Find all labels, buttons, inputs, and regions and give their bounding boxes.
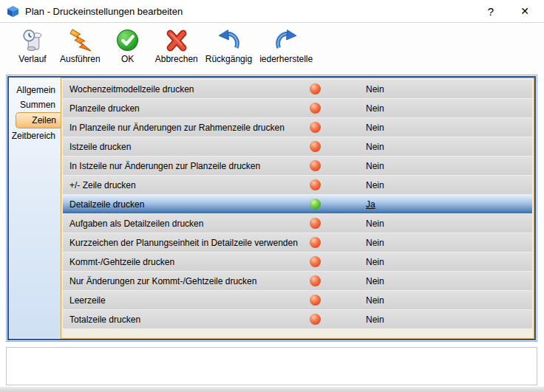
settings-rows: Wochenzeitmodellzeile druckenNeinPlanzei…	[63, 80, 532, 329]
toolbar-button-label: Rückgängig	[205, 54, 252, 64]
toolbar-button-label: Abbrechen	[155, 54, 198, 64]
row-label: Planzeile drucken	[63, 103, 140, 114]
row-value[interactable]: Nein	[366, 238, 384, 248]
status-orb-icon	[310, 199, 321, 210]
row-label: Aufgaben als Detailzeilen drucken	[63, 219, 203, 229]
row-value[interactable]: Nein	[366, 257, 384, 267]
row-value[interactable]: Nein	[366, 219, 384, 229]
execute-icon	[68, 28, 92, 52]
row-value[interactable]: Nein	[366, 84, 384, 94]
status-orb-icon	[310, 160, 321, 171]
status-orb-icon	[310, 218, 321, 229]
ok-icon	[115, 28, 140, 52]
history-icon	[21, 28, 45, 52]
row-value[interactable]: Nein	[366, 103, 384, 114]
redo-icon	[274, 28, 299, 52]
status-orb-icon	[310, 275, 321, 286]
row-label: +/- Zeile drucken	[63, 180, 136, 190]
close-button[interactable]: ✕	[510, 0, 540, 22]
table-row[interactable]: Aufgaben als Detailzeilen druckenNein	[63, 214, 532, 233]
toolbar-button-label: iederherstelle	[259, 54, 313, 64]
abbrechen-button[interactable]: Abbrechen	[152, 27, 202, 66]
row-value[interactable]: Nein	[366, 180, 384, 190]
settings-panel: Allgemein Summen Zeilen Zeitbereich Woch…	[6, 75, 537, 342]
ausfuehren-button[interactable]: Ausführen	[56, 27, 104, 66]
status-orb-icon	[310, 314, 321, 325]
table-row[interactable]: Detailzeile druckenJa	[63, 195, 532, 213]
rueckgaengig-button[interactable]: Rückgängig	[202, 27, 256, 66]
status-orb-icon	[310, 122, 321, 133]
row-label: Kurzzeichen der Planungseinheit in Detai…	[63, 238, 298, 248]
table-row[interactable]: Nur Änderungen zur Kommt-/Gehtzeile druc…	[63, 272, 532, 290]
sidebar-item-zeitbereich[interactable]: Zeitbereich	[9, 128, 61, 143]
row-value[interactable]: Nein	[366, 142, 384, 152]
row-label: Kommt-/Gehtzeile drucken	[63, 257, 174, 267]
row-value[interactable]: Nein	[366, 314, 384, 325]
toolbar-button-label: Verlauf	[18, 54, 46, 64]
row-label: In Istzeile nur Änderungen zur Planzeile…	[63, 161, 260, 171]
table-row[interactable]: Totalzeile druckenNein	[63, 310, 532, 329]
row-label: Leerzeile	[63, 295, 106, 306]
toolbar: Verlauf Ausführen	[0, 23, 544, 72]
row-value[interactable]: Nein	[366, 276, 384, 286]
table-row[interactable]: Istzeile druckenNein	[63, 137, 532, 156]
status-area	[6, 347, 537, 385]
sidebar-item-zeilen[interactable]: Zeilen	[16, 112, 61, 128]
table-row[interactable]: LeerzeileNein	[63, 291, 532, 309]
row-label: In Planzeile nur Änderungen zur Rahmenze…	[63, 123, 285, 133]
sidebar-item-allgemein[interactable]: Allgemein	[9, 83, 61, 97]
verlauf-button[interactable]: Verlauf	[9, 27, 56, 66]
table-row[interactable]: Kurzzeichen der Planungseinheit in Detai…	[63, 233, 532, 252]
window-bottom-edge	[0, 387, 544, 392]
row-label: Detailzeile drucken	[63, 199, 144, 210]
row-label: Wochenzeitmodellzeile drucken	[63, 84, 194, 94]
table-row[interactable]: In Planzeile nur Änderungen zur Rahmenze…	[63, 118, 532, 137]
wiederherstellen-button[interactable]: iederherstelle	[256, 27, 316, 66]
table-row[interactable]: Kommt-/Gehtzeile druckenNein	[63, 252, 532, 271]
status-orb-icon	[310, 83, 321, 94]
status-orb-icon	[310, 295, 321, 306]
help-button[interactable]: ?	[476, 0, 506, 22]
row-value[interactable]: Nein	[366, 295, 384, 306]
sidebar-item-summen[interactable]: Summen	[9, 97, 61, 112]
cancel-icon	[164, 28, 188, 52]
dialog-window: Plan - Druckeinstellungen bearbeiten ? ✕…	[0, 0, 544, 392]
toolbar-button-label: OK	[121, 54, 134, 64]
title-bar: Plan - Druckeinstellungen bearbeiten ? ✕	[0, 0, 544, 23]
app-cube-icon	[7, 5, 19, 18]
undo-icon	[217, 28, 241, 52]
row-value[interactable]: Nein	[366, 123, 384, 133]
table-row[interactable]: Wochenzeitmodellzeile druckenNein	[63, 80, 532, 98]
table-row[interactable]: In Istzeile nur Änderungen zur Planzeile…	[63, 157, 532, 175]
status-orb-icon	[310, 179, 321, 190]
settings-table: Wochenzeitmodellzeile druckenNeinPlanzei…	[61, 78, 534, 339]
row-value[interactable]: Nein	[366, 161, 384, 171]
row-label: Istzeile drucken	[63, 142, 131, 152]
status-orb-icon	[310, 237, 321, 248]
row-label: Nur Änderungen zur Kommt-/Gehtzeile druc…	[63, 276, 256, 286]
status-orb-icon	[310, 103, 321, 114]
status-orb-icon	[310, 256, 321, 267]
toolbar-button-label: Ausführen	[60, 54, 101, 64]
row-label: Totalzeile drucken	[63, 314, 140, 325]
status-orb-icon	[310, 141, 321, 152]
ok-button[interactable]: OK	[104, 27, 152, 66]
table-row[interactable]: +/- Zeile druckenNein	[63, 176, 532, 194]
table-row[interactable]: Planzeile druckenNein	[63, 99, 532, 117]
window-title: Plan - Druckeinstellungen bearbeiten	[25, 6, 183, 17]
row-value[interactable]: Ja	[366, 199, 375, 210]
category-sidebar: Allgemein Summen Zeilen Zeitbereich	[9, 78, 61, 339]
